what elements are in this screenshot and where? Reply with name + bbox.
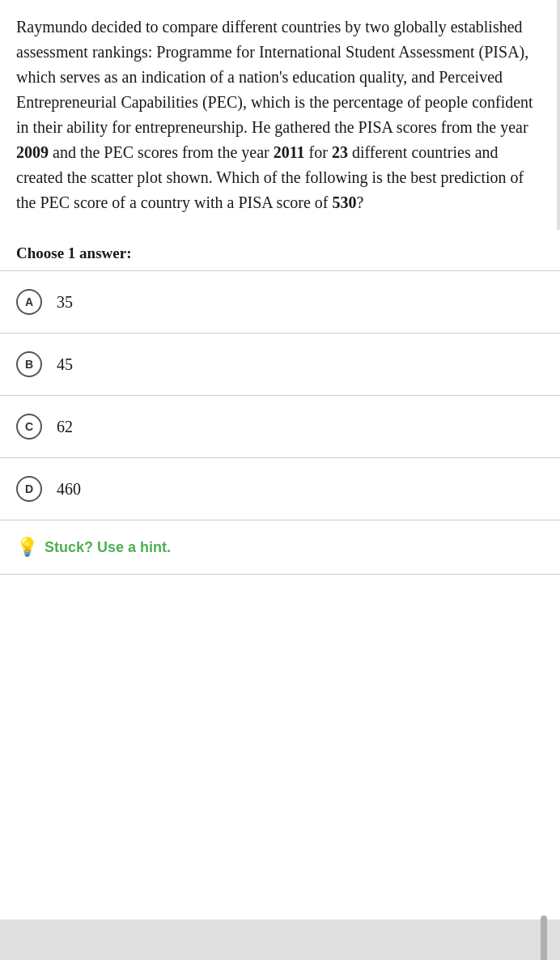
question-text-part3: for	[305, 143, 332, 161]
question-count: 23	[332, 143, 348, 161]
option-b-circle: B	[16, 351, 42, 377]
option-c-circle: C	[16, 414, 42, 440]
hint-icon: 💡	[16, 537, 38, 558]
option-d-letter: D	[25, 482, 33, 495]
question-year2: 2011	[274, 143, 305, 161]
hint-text: Stuck? Use a hint.	[45, 539, 171, 556]
question-pisa-score: 530	[332, 193, 356, 211]
option-c[interactable]: C 62	[0, 396, 560, 457]
option-a-letter: A	[25, 295, 33, 308]
scrollbar-thumb[interactable]	[541, 915, 547, 960]
page-container: Raymundo decided to compare different co…	[0, 0, 560, 960]
question-year1: 2009	[16, 143, 49, 161]
option-c-letter: C	[25, 420, 33, 433]
option-a-value: 35	[57, 293, 73, 312]
option-b-letter: B	[25, 358, 33, 371]
option-c-value: 62	[57, 418, 73, 436]
bottom-bar	[0, 920, 560, 960]
question-text-part1: Raymundo decided to compare different co…	[16, 18, 533, 136]
option-d-value: 460	[57, 480, 81, 499]
option-b-value: 45	[57, 355, 73, 374]
question-text-part2: and the PEC scores from the year	[49, 143, 274, 161]
hint-section[interactable]: 💡 Stuck? Use a hint.	[0, 520, 560, 574]
option-a[interactable]: A 35	[0, 271, 560, 333]
option-b[interactable]: B 45	[0, 333, 560, 395]
option-a-circle: A	[16, 289, 42, 315]
divider-hint-bottom	[0, 574, 560, 575]
option-d-circle: D	[16, 476, 42, 502]
question-text-part5: ?	[356, 193, 363, 211]
question-text: Raymundo decided to compare different co…	[0, 0, 560, 230]
choose-label: Choose 1 answer:	[0, 230, 560, 270]
option-d[interactable]: D 460	[0, 458, 560, 520]
